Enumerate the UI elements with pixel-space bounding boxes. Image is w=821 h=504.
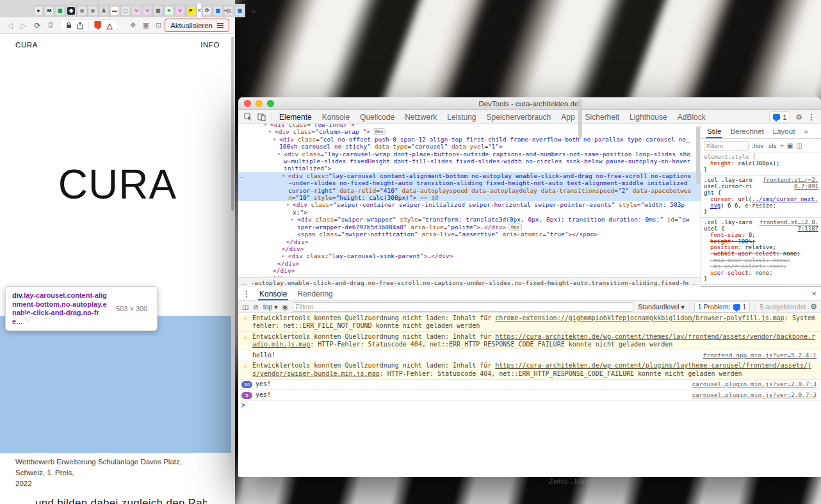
tab-quellcode[interactable]: Quellcode — [355, 110, 400, 124]
tab-overflow-chevron-icon[interactable]: ⌄ — [223, 5, 229, 13]
tree-node[interactable]: </div> — [238, 238, 701, 245]
settings-gear-icon[interactable]: ⚙ — [795, 113, 802, 122]
disclosure-open-icon[interactable]: ▾ — [273, 136, 276, 143]
kebab-menu-icon[interactable]: ⋮ — [808, 113, 815, 122]
tree-node[interactable]: ▸<div class="swiper-wrapper" style="tran… — [238, 216, 701, 231]
tab-app[interactable]: App — [556, 110, 580, 124]
inspect-element-icon[interactable] — [244, 113, 252, 121]
rule-selector[interactable]: element.style { — [704, 154, 756, 160]
pinned-tab[interactable]: ▦ — [153, 4, 164, 17]
pinned-tab[interactable]: ♟ — [99, 4, 110, 17]
styles-filter-input[interactable]: Filtern — [704, 141, 749, 150]
active-tab[interactable]: × — [197, 3, 201, 17]
site-logo-link[interactable]: CURA — [15, 41, 38, 49]
reload-icon[interactable]: ⟳ — [34, 21, 40, 30]
page-scrollbar-thumb[interactable] — [231, 37, 234, 211]
pinned-tab[interactable]: ● — [33, 4, 44, 17]
console-tab-rendering[interactable]: Rendering — [296, 287, 334, 300]
pinned-tab[interactable]: E — [164, 4, 175, 17]
styles-button-hov[interactable]: :hov — [752, 142, 763, 149]
pinned-tab[interactable]: ▦ — [55, 4, 66, 17]
console-url-link[interactable]: chrome-extension://gighmmpiobklfepjocnam… — [495, 314, 784, 321]
console-tab-konsole[interactable]: Konsole — [258, 287, 288, 300]
css-property[interactable]: height: calc(300px); — [704, 161, 818, 167]
styles-tab-layout[interactable]: Layout — [768, 124, 800, 138]
panel-toggle-icon[interactable]: ◫ — [796, 142, 802, 149]
console-issues-counter[interactable]: 1 Problem:1 — [694, 302, 751, 313]
puzzle-extension-icon[interactable]: ❖ — [130, 21, 136, 29]
disclosure-closed-icon[interactable]: ▸ — [282, 252, 285, 259]
disclosure-open-icon[interactable]: ▾ — [286, 201, 289, 208]
source-location-link[interactable]: carousel.plugin.min.js?ver=2.0.7:3 — [683, 391, 817, 400]
styles-button-[interactable]: + — [780, 142, 784, 149]
blocker-icon[interactable]: ▣ — [143, 21, 149, 29]
stylesheet-source-link[interactable]: frontend.st…=2.0.7:1187 — [757, 220, 818, 232]
browser-tab[interactable]: ▦ — [234, 4, 245, 17]
tree-node[interactable]: ▸<div class="lay-carousel-sink-parent">…… — [238, 252, 701, 259]
tree-node[interactable]: </div> — [238, 260, 701, 267]
tree-node[interactable]: ▾<div class="col no-offset push-0 span-1… — [238, 136, 701, 150]
breadcrumb[interactable]: … -autoplay.enable-click-and-drag.no-fre… — [238, 277, 701, 287]
close-drawer-icon[interactable]: × — [811, 289, 817, 298]
adblock-triangle-icon[interactable]: △ — [106, 22, 112, 29]
tree-node[interactable]: </div> — [238, 275, 701, 277]
close-tab-icon[interactable]: × — [197, 6, 201, 14]
stylesheet-source-link[interactable]: frontend.st…r=2.0.7:891 — [757, 177, 818, 190]
pinned-tab[interactable]: ▬ — [110, 4, 120, 17]
share-icon[interactable] — [77, 22, 83, 29]
node-overflow-dots[interactable]: … — [240, 172, 245, 179]
bookmark-icon[interactable] — [48, 21, 53, 29]
pinned-tab[interactable]: V — [131, 4, 142, 17]
tab-speicherverbrauch[interactable]: Speicherverbrauch — [482, 110, 557, 124]
disclosure-closed-icon[interactable]: ▸ — [291, 216, 294, 223]
disclosure-open-icon[interactable]: ▾ — [277, 150, 280, 158]
pinned-tab[interactable]: V — [142, 4, 153, 17]
tree-node[interactable]: </div> — [238, 267, 701, 274]
pinned-tab[interactable]: ▢ — [120, 4, 131, 17]
update-button[interactable]: Aktualisieren — [165, 19, 229, 32]
elements-scrollbar-thumb[interactable] — [696, 126, 700, 184]
styles-scrollbar-thumb[interactable] — [578, 99, 582, 139]
pinned-tab[interactable]: P — [186, 4, 197, 17]
device-toolbar-icon[interactable] — [257, 113, 266, 121]
brave-shield-icon[interactable] — [94, 21, 101, 29]
issues-counter[interactable]: 1 — [769, 111, 790, 122]
browser-tab[interactable]: ⟳ — [202, 4, 213, 17]
context-selector[interactable]: top ▾ — [263, 303, 278, 311]
forward-icon[interactable]: ▷ — [20, 21, 26, 30]
pinned-tab[interactable]: ◆ — [66, 4, 77, 17]
nav-info-link[interactable]: INFO — [200, 41, 220, 49]
console-sidebar-icon[interactable]: ◫ — [242, 303, 248, 311]
pinned-tab[interactable]: V — [175, 4, 186, 17]
tree-node[interactable]: ▾…<div class="lay-carousel content-align… — [238, 172, 701, 202]
minimize-window-button[interactable] — [256, 100, 263, 107]
disclosure-open-icon[interactable]: ▾ — [282, 172, 285, 179]
flex-badge[interactable]: flex — [373, 128, 386, 135]
breadcrumb-overflow-right[interactable]: … — [692, 279, 698, 286]
coverage-icon[interactable]: ▣ — [787, 142, 793, 149]
rule-selector[interactable]: .col .lay-carousel { — [704, 219, 752, 232]
tree-node[interactable]: ▾<div class="swiper-container swiper-ini… — [238, 201, 701, 216]
tab-adblock[interactable]: AdBlock — [672, 110, 711, 124]
styles-tab-berechnet[interactable]: Berechnet — [726, 124, 768, 138]
flex-badge[interactable]: flex — [508, 224, 521, 231]
pinned-tab[interactable]: M — [44, 4, 55, 17]
tab-netzwerk[interactable]: Netzwerk — [400, 110, 442, 124]
more-tabs-icon[interactable]: » — [799, 124, 812, 138]
clear-console-icon[interactable]: ⊘ — [253, 303, 259, 311]
tree-node[interactable]: <span class="swiper-notification" aria-l… — [238, 231, 701, 238]
console-prompt-chevron[interactable]: > — [241, 402, 245, 410]
rule-selector[interactable]: .col .lay-carousel.cursor-right { — [704, 177, 752, 196]
tab-elemente[interactable]: Elemente — [274, 110, 317, 124]
zoom-window-button[interactable] — [267, 100, 274, 107]
devtools-titlebar[interactable]: DevTools - cura-architekten.de/ — [238, 97, 821, 110]
css-property[interactable]: user-select: none; — [704, 270, 818, 277]
pinned-tab[interactable]: ◉ — [88, 4, 99, 17]
live-expression-eye-icon[interactable]: ◉ — [282, 303, 288, 311]
drawer-kebab-icon[interactable]: ⋮ — [243, 289, 250, 298]
tree-node[interactable]: ▾<div class="column-wrap ">flex — [238, 128, 701, 135]
tab-leistung[interactable]: Leistung — [442, 110, 481, 124]
log-level-selector[interactable]: Standardlevel ▾ — [638, 303, 684, 311]
styles-button-cls[interactable]: .cls — [767, 142, 776, 149]
close-window-button[interactable] — [244, 100, 251, 107]
